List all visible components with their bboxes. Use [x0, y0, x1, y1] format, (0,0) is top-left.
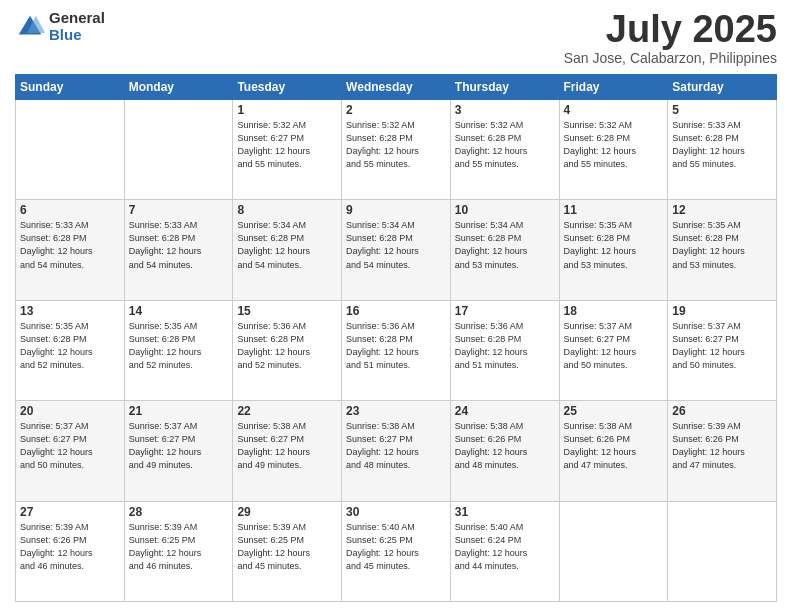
day-detail: Sunrise: 5:34 AM Sunset: 6:28 PM Dayligh… [237, 219, 337, 271]
day-detail: Sunrise: 5:32 AM Sunset: 6:28 PM Dayligh… [346, 119, 446, 171]
table-row: 10Sunrise: 5:34 AM Sunset: 6:28 PM Dayli… [450, 200, 559, 300]
day-detail: Sunrise: 5:33 AM Sunset: 6:28 PM Dayligh… [672, 119, 772, 171]
day-number: 26 [672, 404, 772, 418]
day-detail: Sunrise: 5:40 AM Sunset: 6:25 PM Dayligh… [346, 521, 446, 573]
table-row: 4Sunrise: 5:32 AM Sunset: 6:28 PM Daylig… [559, 100, 668, 200]
table-row: 26Sunrise: 5:39 AM Sunset: 6:26 PM Dayli… [668, 401, 777, 501]
day-number: 20 [20, 404, 120, 418]
day-detail: Sunrise: 5:40 AM Sunset: 6:24 PM Dayligh… [455, 521, 555, 573]
table-row: 27Sunrise: 5:39 AM Sunset: 6:26 PM Dayli… [16, 501, 125, 601]
col-thursday: Thursday [450, 75, 559, 100]
table-row: 2Sunrise: 5:32 AM Sunset: 6:28 PM Daylig… [342, 100, 451, 200]
col-sunday: Sunday [16, 75, 125, 100]
day-detail: Sunrise: 5:38 AM Sunset: 6:26 PM Dayligh… [455, 420, 555, 472]
col-tuesday: Tuesday [233, 75, 342, 100]
calendar-week-row: 20Sunrise: 5:37 AM Sunset: 6:27 PM Dayli… [16, 401, 777, 501]
day-number: 28 [129, 505, 229, 519]
title-block: July 2025 San Jose, Calabarzon, Philippi… [564, 10, 777, 66]
logo-text: General Blue [49, 10, 105, 43]
day-detail: Sunrise: 5:33 AM Sunset: 6:28 PM Dayligh… [129, 219, 229, 271]
day-detail: Sunrise: 5:32 AM Sunset: 6:27 PM Dayligh… [237, 119, 337, 171]
table-row [559, 501, 668, 601]
table-row [16, 100, 125, 200]
header: General Blue July 2025 San Jose, Calabar… [15, 10, 777, 66]
day-detail: Sunrise: 5:39 AM Sunset: 6:26 PM Dayligh… [20, 521, 120, 573]
day-number: 22 [237, 404, 337, 418]
day-number: 14 [129, 304, 229, 318]
table-row: 20Sunrise: 5:37 AM Sunset: 6:27 PM Dayli… [16, 401, 125, 501]
day-number: 8 [237, 203, 337, 217]
day-number: 31 [455, 505, 555, 519]
day-detail: Sunrise: 5:35 AM Sunset: 6:28 PM Dayligh… [129, 320, 229, 372]
calendar-header-row: Sunday Monday Tuesday Wednesday Thursday… [16, 75, 777, 100]
table-row: 5Sunrise: 5:33 AM Sunset: 6:28 PM Daylig… [668, 100, 777, 200]
day-number: 15 [237, 304, 337, 318]
table-row: 23Sunrise: 5:38 AM Sunset: 6:27 PM Dayli… [342, 401, 451, 501]
table-row: 30Sunrise: 5:40 AM Sunset: 6:25 PM Dayli… [342, 501, 451, 601]
day-detail: Sunrise: 5:35 AM Sunset: 6:28 PM Dayligh… [672, 219, 772, 271]
day-number: 16 [346, 304, 446, 318]
day-number: 30 [346, 505, 446, 519]
table-row: 19Sunrise: 5:37 AM Sunset: 6:27 PM Dayli… [668, 300, 777, 400]
table-row: 6Sunrise: 5:33 AM Sunset: 6:28 PM Daylig… [16, 200, 125, 300]
page: General Blue July 2025 San Jose, Calabar… [0, 0, 792, 612]
table-row: 7Sunrise: 5:33 AM Sunset: 6:28 PM Daylig… [124, 200, 233, 300]
table-row: 11Sunrise: 5:35 AM Sunset: 6:28 PM Dayli… [559, 200, 668, 300]
table-row: 29Sunrise: 5:39 AM Sunset: 6:25 PM Dayli… [233, 501, 342, 601]
table-row: 8Sunrise: 5:34 AM Sunset: 6:28 PM Daylig… [233, 200, 342, 300]
day-detail: Sunrise: 5:39 AM Sunset: 6:25 PM Dayligh… [237, 521, 337, 573]
day-detail: Sunrise: 5:38 AM Sunset: 6:27 PM Dayligh… [346, 420, 446, 472]
day-detail: Sunrise: 5:36 AM Sunset: 6:28 PM Dayligh… [346, 320, 446, 372]
table-row: 17Sunrise: 5:36 AM Sunset: 6:28 PM Dayli… [450, 300, 559, 400]
table-row: 9Sunrise: 5:34 AM Sunset: 6:28 PM Daylig… [342, 200, 451, 300]
col-monday: Monday [124, 75, 233, 100]
calendar-week-row: 27Sunrise: 5:39 AM Sunset: 6:26 PM Dayli… [16, 501, 777, 601]
day-detail: Sunrise: 5:37 AM Sunset: 6:27 PM Dayligh… [20, 420, 120, 472]
day-number: 21 [129, 404, 229, 418]
day-number: 23 [346, 404, 446, 418]
table-row: 15Sunrise: 5:36 AM Sunset: 6:28 PM Dayli… [233, 300, 342, 400]
day-number: 19 [672, 304, 772, 318]
col-friday: Friday [559, 75, 668, 100]
table-row: 1Sunrise: 5:32 AM Sunset: 6:27 PM Daylig… [233, 100, 342, 200]
table-row: 14Sunrise: 5:35 AM Sunset: 6:28 PM Dayli… [124, 300, 233, 400]
day-detail: Sunrise: 5:38 AM Sunset: 6:26 PM Dayligh… [564, 420, 664, 472]
calendar-week-row: 13Sunrise: 5:35 AM Sunset: 6:28 PM Dayli… [16, 300, 777, 400]
day-number: 27 [20, 505, 120, 519]
day-detail: Sunrise: 5:37 AM Sunset: 6:27 PM Dayligh… [672, 320, 772, 372]
day-detail: Sunrise: 5:36 AM Sunset: 6:28 PM Dayligh… [455, 320, 555, 372]
title-month: July 2025 [564, 10, 777, 48]
table-row [124, 100, 233, 200]
calendar-table: Sunday Monday Tuesday Wednesday Thursday… [15, 74, 777, 602]
table-row: 21Sunrise: 5:37 AM Sunset: 6:27 PM Dayli… [124, 401, 233, 501]
day-number: 10 [455, 203, 555, 217]
table-row: 31Sunrise: 5:40 AM Sunset: 6:24 PM Dayli… [450, 501, 559, 601]
col-wednesday: Wednesday [342, 75, 451, 100]
day-number: 25 [564, 404, 664, 418]
table-row: 24Sunrise: 5:38 AM Sunset: 6:26 PM Dayli… [450, 401, 559, 501]
table-row: 16Sunrise: 5:36 AM Sunset: 6:28 PM Dayli… [342, 300, 451, 400]
day-detail: Sunrise: 5:32 AM Sunset: 6:28 PM Dayligh… [564, 119, 664, 171]
table-row: 13Sunrise: 5:35 AM Sunset: 6:28 PM Dayli… [16, 300, 125, 400]
day-number: 29 [237, 505, 337, 519]
col-saturday: Saturday [668, 75, 777, 100]
logo-icon [15, 12, 45, 42]
day-number: 6 [20, 203, 120, 217]
day-number: 4 [564, 103, 664, 117]
calendar-week-row: 1Sunrise: 5:32 AM Sunset: 6:27 PM Daylig… [16, 100, 777, 200]
day-detail: Sunrise: 5:35 AM Sunset: 6:28 PM Dayligh… [20, 320, 120, 372]
day-number: 13 [20, 304, 120, 318]
table-row: 22Sunrise: 5:38 AM Sunset: 6:27 PM Dayli… [233, 401, 342, 501]
table-row: 18Sunrise: 5:37 AM Sunset: 6:27 PM Dayli… [559, 300, 668, 400]
day-detail: Sunrise: 5:39 AM Sunset: 6:26 PM Dayligh… [672, 420, 772, 472]
logo-blue: Blue [49, 27, 105, 44]
day-detail: Sunrise: 5:32 AM Sunset: 6:28 PM Dayligh… [455, 119, 555, 171]
day-number: 7 [129, 203, 229, 217]
day-number: 3 [455, 103, 555, 117]
day-detail: Sunrise: 5:33 AM Sunset: 6:28 PM Dayligh… [20, 219, 120, 271]
table-row: 3Sunrise: 5:32 AM Sunset: 6:28 PM Daylig… [450, 100, 559, 200]
table-row [668, 501, 777, 601]
day-number: 17 [455, 304, 555, 318]
day-detail: Sunrise: 5:39 AM Sunset: 6:25 PM Dayligh… [129, 521, 229, 573]
day-number: 9 [346, 203, 446, 217]
